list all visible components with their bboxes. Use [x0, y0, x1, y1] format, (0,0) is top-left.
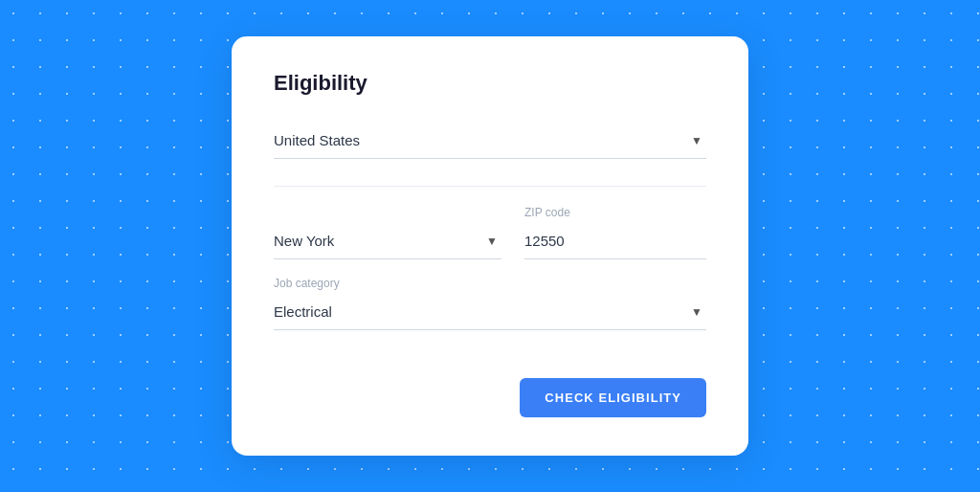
country-select[interactable]: United States Canada United Kingdom Aust…	[274, 123, 706, 159]
zip-label: ZIP code	[524, 206, 706, 219]
form-section: United States Canada United Kingdom Aust…	[274, 123, 706, 348]
country-field-group: United States Canada United Kingdom Aust…	[274, 123, 706, 159]
job-category-field-group: Job category Electrical Plumbing HVAC Ca…	[274, 277, 706, 330]
eligibility-card: Eligibility United States Canada United …	[232, 36, 748, 457]
zip-input[interactable]	[524, 223, 706, 259]
check-eligibility-button[interactable]: CHECK ELIGIBILITY	[520, 378, 706, 417]
job-category-select-wrapper: Electrical Plumbing HVAC Carpentry Paint…	[274, 294, 706, 330]
job-category-select[interactable]: Electrical Plumbing HVAC Carpentry Paint…	[274, 294, 706, 330]
job-category-label: Job category	[274, 277, 706, 290]
button-row: CHECK ELIGIBILITY	[274, 378, 706, 417]
state-select[interactable]: New York California Texas Florida Illino…	[274, 223, 501, 259]
card-title: Eligibility	[274, 71, 706, 96]
state-select-wrapper: New York California Texas Florida Illino…	[274, 223, 501, 259]
country-select-wrapper: United States Canada United Kingdom Aust…	[274, 123, 706, 159]
state-zip-row: New York California Texas Florida Illino…	[274, 206, 706, 259]
zip-field-group: ZIP code	[524, 206, 706, 259]
divider	[274, 186, 706, 188]
